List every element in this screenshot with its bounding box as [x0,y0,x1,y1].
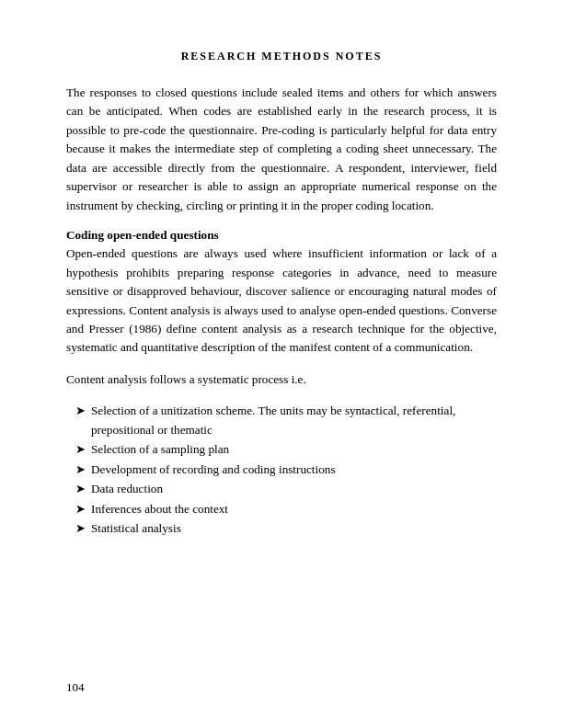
list-item: ➤ Selection of a sampling plan [75,440,497,459]
list-item: ➤ Data reduction [75,480,497,498]
page-number: 104 [66,680,85,695]
page-header: RESEARCH METHODS NOTES [66,50,497,63]
header-title: RESEARCH METHODS NOTES [181,50,383,63]
list-item-text-4: Data reduction [91,480,163,498]
list-item-text-6: Statistical analysis [91,519,181,538]
bullet-list: ➤ Selection of a unitization scheme. The… [75,402,497,538]
content-intro: Content analysis follows a systematic pr… [66,370,497,389]
list-item-text-1: Selection of a unitization scheme. The u… [91,402,497,439]
list-item-text-3: Development of recording and coding inst… [91,461,336,479]
list-item: ➤ Statistical analysis [75,519,497,538]
section-body: Open-ended questions are always used whe… [66,245,497,358]
list-item: ➤ Inferences about the context [75,500,497,518]
bullet-arrow-6: ➤ [75,519,86,538]
bullet-arrow-5: ➤ [75,500,86,518]
section-heading: Coding open-ended questions [66,228,497,243]
intro-paragraph: The responses to closed questions includ… [66,84,497,215]
list-item: ➤ Development of recording and coding in… [75,461,497,479]
list-item-text-2: Selection of a sampling plan [91,440,229,459]
bullet-arrow-2: ➤ [75,440,86,459]
page: RESEARCH METHODS NOTES The responses to … [0,0,563,728]
list-item: ➤ Selection of a unitization scheme. The… [75,402,497,439]
bullet-arrow-4: ➤ [75,480,86,498]
list-item-text-5: Inferences about the context [91,500,228,518]
bullet-arrow-1: ➤ [75,402,86,420]
bullet-arrow-3: ➤ [75,461,86,479]
